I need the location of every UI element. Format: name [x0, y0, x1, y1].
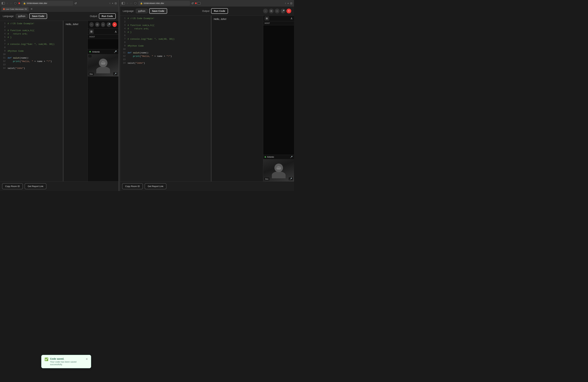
run-code-button[interactable]: Run Code — [99, 13, 116, 19]
right-dev-mic-button[interactable]: 🎤 — [289, 177, 293, 180]
code-line-3: 3 # function sum(a,b){ — [0, 29, 63, 33]
right-active-dot — [265, 156, 266, 158]
right-run-code-button[interactable]: Run Code — [211, 8, 228, 14]
get-report-link-button-left[interactable]: Get Report Link — [25, 183, 46, 189]
right-screen-share-button[interactable]: ⊡ — [269, 9, 274, 13]
right-forward-button[interactable]: › — [130, 1, 132, 5]
camera-button[interactable]: □ — [101, 22, 105, 27]
right-code-line-9: 9 #Python Code — [120, 44, 211, 48]
mic-toggle-antonio[interactable]: 🎤 — [114, 50, 117, 53]
right-reader-mode — [134, 1, 137, 5]
right-browser-window: ‹ › 🔒 lcinterviewer.rotec.dev ↺ — [120, 0, 294, 191]
left-footer: Copy Room ID Get Report Link — [0, 181, 118, 191]
code-line-5: 5 # } — [0, 36, 63, 39]
person-representation — [96, 58, 110, 73]
tabs-overview-button[interactable]: ⊡ — [115, 2, 117, 5]
get-report-link-button-right[interactable]: Get Report Link — [145, 183, 167, 189]
screen-share-button[interactable]: ⊡ — [95, 22, 99, 27]
dev-name-badge: Dev — [89, 73, 94, 76]
right-back-button[interactable]: ‹ — [126, 1, 128, 5]
end-call-button[interactable]: ✕ — [112, 22, 117, 27]
right-app-header: Language: python Save Code Output Run Co… — [120, 6, 294, 16]
right-tabs-overview-button[interactable]: ⊡ — [290, 2, 292, 5]
right-recording-indicator — [195, 2, 200, 4]
language-badge[interactable]: python — [16, 14, 27, 18]
code-line-11: 11 def salut(name): — [0, 57, 63, 60]
host-video-area — [88, 39, 118, 49]
right-code-line-12: 12 print("Hello, " + name + "!") — [120, 55, 211, 58]
right-app-content: Language: python Save Code Output Run Co… — [120, 6, 294, 191]
right-end-call-button[interactable]: ✕ — [286, 9, 291, 13]
reload-button[interactable]: ↺ — [74, 2, 77, 5]
forward-button[interactable]: › — [10, 1, 12, 5]
right-browser-actions: ↑ + ⊡ — [285, 2, 292, 5]
participant-name-antonio: Antonio — [92, 51, 112, 53]
active-tab[interactable]: Live Code Interviewer SV — [1, 7, 29, 11]
video-call-panel: ··· ⊡ □ 🎤 ✕ ⊞ ∧ HOST — [87, 21, 118, 181]
code-line-1: 1 # //JS Code Example! — [0, 22, 63, 26]
save-code-button[interactable]: Save Code — [29, 13, 47, 19]
right-share-button[interactable]: ↑ — [285, 2, 286, 5]
right-lock-icon: 🔒 — [140, 2, 143, 4]
back-button[interactable]: ‹ — [6, 1, 8, 5]
right-sidebar-toggle[interactable] — [122, 2, 125, 4]
right-code-editor[interactable]: 1 # //JS Code Example! 2 3 # function su… — [120, 16, 211, 181]
copy-room-id-button-right[interactable]: Copy Room ID — [122, 183, 143, 189]
right-antonio-mic[interactable]: 🎤 — [290, 156, 293, 158]
right-address-bar[interactable]: 🔒 lcinterviewer.rotec.dev — [138, 1, 190, 6]
tab-label: Live Code Interviewer SV — [6, 8, 27, 10]
right-language-badge[interactable]: python — [136, 9, 147, 13]
right-reload-button[interactable]: ↺ — [191, 2, 194, 5]
right-dev-name: Dev — [264, 178, 269, 180]
code-editor[interactable]: 1 # //JS Code Example! 2 3 # function su… — [0, 21, 63, 181]
recording-indicator — [18, 2, 20, 4]
right-grid-toggle-button[interactable]: ⊞ — [265, 16, 269, 20]
right-host-video — [263, 25, 294, 155]
right-collapse-button[interactable]: ∧ — [290, 17, 293, 20]
right-browser-toolbar: ‹ › 🔒 lcinterviewer.rotec.dev ↺ — [120, 0, 294, 6]
copy-room-id-button-left[interactable]: Copy Room ID — [2, 183, 23, 189]
code-line-4: 4 # return a+b; — [0, 33, 63, 36]
expand-video-button[interactable]: ··· — [88, 55, 91, 57]
mic-button[interactable]: 🎤 — [106, 22, 111, 27]
code-line-13: 13 — [0, 63, 63, 67]
close-tab-icon[interactable]: ✕ — [30, 7, 33, 11]
share-button[interactable]: ↑ — [109, 2, 110, 5]
right-code-line-1: 1 # //JS Code Example! — [120, 17, 211, 20]
right-code-line-10: 10 — [120, 48, 211, 51]
right-url-text: lcinterviewer.rotec.dev — [144, 2, 164, 4]
right-output-label: Output — [202, 10, 210, 12]
new-tab-button[interactable]: + — [112, 2, 113, 5]
collapse-panel-button[interactable]: ∧ — [114, 30, 117, 34]
right-footer: Copy Room ID Get Report Link — [120, 181, 294, 191]
left-browser-window: ‹ › 🔒 lcinterviewer.rotec.dev ↺ — [0, 0, 119, 191]
right-new-tab-button[interactable]: + — [288, 2, 289, 5]
right-code-line-4: 4 # return a+b; — [120, 27, 211, 31]
left-browser-toolbar: ‹ › 🔒 lcinterviewer.rotec.dev ↺ — [0, 0, 118, 6]
code-line-10: 10 — [0, 53, 63, 57]
participant-antonio: Antonio 🎤 — [88, 49, 118, 54]
address-bar[interactable]: 🔒 lcinterviewer.rotec.dev — [21, 1, 73, 6]
browser-right-actions: ↑ + ⊡ — [109, 2, 117, 5]
browser-divider — [119, 0, 120, 191]
code-line-9: 9 #Python Code — [0, 50, 63, 53]
dev-mic-button[interactable]: 🎤 — [113, 72, 117, 76]
right-save-code-button[interactable]: Save Code — [149, 8, 167, 14]
left-app-content: Language: python Save Code Output Run Co… — [0, 12, 118, 191]
right-camera-button[interactable]: □ — [275, 9, 280, 13]
right-layout-controls: ⊞ ∧ — [263, 16, 294, 21]
right-more-button[interactable]: ··· — [263, 9, 268, 13]
right-main-area: 1 # //JS Code Example! 2 3 # function su… — [120, 16, 294, 181]
right-antonio-name: Antonio — [267, 156, 289, 158]
grid-toggle-button[interactable]: ⊞ — [89, 29, 94, 34]
video-controls: ··· ⊡ □ 🎤 ✕ — [88, 21, 118, 29]
sidebar-toggle[interactable] — [2, 2, 5, 4]
right-host-label: HOST — [263, 21, 294, 25]
right-code-line-2: 2 — [120, 20, 211, 24]
right-mic-button[interactable]: 🎤 — [281, 9, 285, 13]
code-line-2: 2 — [0, 26, 63, 29]
code-line-12: 12 print("Hello, " + name + "!") — [0, 60, 63, 63]
reader-mode — [14, 1, 17, 5]
active-dot-antonio — [89, 51, 91, 52]
more-options-button[interactable]: ··· — [89, 22, 94, 27]
